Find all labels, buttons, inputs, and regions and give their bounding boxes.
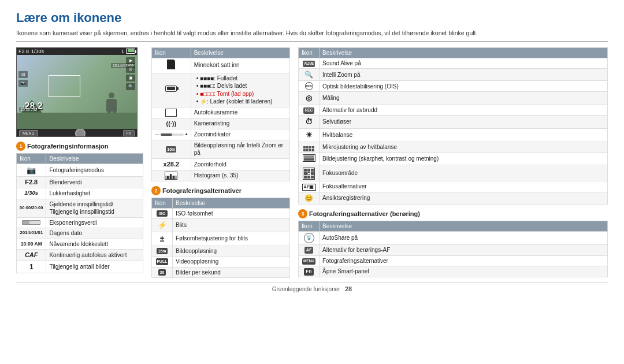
s2-col-ikon: Ikon — [152, 198, 173, 208]
s2-tbody: ISO ISO-følsomhet ⚡ Blits ± Følsomhetsju… — [152, 208, 290, 277]
s1-desc-8: Tilgjengelig antall bilder — [46, 261, 143, 273]
page-container: Lære om ikonene Ikonene som kameraet vis… — [0, 0, 624, 298]
table-row: 🔍 Intelli Zoom på — [299, 69, 608, 81]
badge-3: 3 — [298, 209, 307, 218]
rt-desc-9: Fokusområde — [320, 165, 608, 181]
table-row: Mikrojustering av hvitbalanse — [299, 142, 608, 153]
s1-desc-2: Lukkerhastighet — [46, 188, 143, 199]
rt-icon-2: OIS — [299, 81, 320, 92]
rt-tbody: ALIVE Sound Alive på 🔍 Intelli Zoom på O… — [299, 58, 608, 204]
s1-desc-6: Nåværende klokkeslett — [46, 239, 143, 250]
mid-icon-2 — [152, 107, 191, 118]
battery-icon — [165, 86, 177, 92]
s3-icon-0: 📡 — [299, 232, 320, 245]
mid-icon-1 — [152, 73, 191, 107]
rt-icon-5: ⏱ — [299, 116, 320, 129]
rt-icon-3: ◎ — [299, 92, 320, 105]
mid-desc-6: Zoomforhold — [191, 158, 289, 170]
rt-desc-8: Bildejustering (skarphet, kontrast og me… — [320, 153, 608, 165]
cam-fn-btn[interactable]: Fn — [123, 130, 135, 136]
rt-desc-6: Hvitbalanse — [320, 129, 608, 142]
table-row: 1 Tilgjengelig antall bilder — [17, 261, 143, 273]
s1-icon-6: 10:00 AM — [17, 239, 46, 250]
table-row: OIS Optisk bildestabilisering (OIS) — [299, 81, 608, 92]
col-left: F2.8 1/30s 1 2014/01/01 — [16, 47, 143, 278]
footer: Grunnleggende funksjoner 28 — [16, 283, 608, 292]
rt-desc-2: Optisk bildestabilisering (OIS) — [320, 81, 608, 92]
mid-icon-6: x28.2 — [152, 158, 191, 170]
s1-icon-5: 2014/01/01 — [17, 228, 46, 239]
cam-menu-btn[interactable]: MENU — [19, 130, 38, 136]
rt-icon-10: AF▣ — [299, 181, 320, 192]
cam-top-bar: F2.8 1/30s 1 — [17, 48, 137, 55]
section3-header: 3 Fotograferingsalternativer (berøring) — [298, 209, 608, 218]
rt-icon-4: REC — [299, 105, 320, 116]
s1-icon-2: 1/30s — [17, 188, 46, 199]
cam-top-left: F2.8 1/30s — [18, 49, 44, 54]
rt-icon-9 — [299, 165, 320, 181]
badge-2: 2 — [151, 186, 161, 195]
s3-icon-1: AF — [299, 245, 320, 256]
cam-battery-icon — [126, 49, 135, 54]
s3-tbody: 📡 AutoShare på AF Alternativ for berørin… — [299, 232, 608, 277]
page-title: Lære om ikonene — [16, 10, 608, 25]
table-row: 00:00/20:00 Gjeldende innspillingstid/ T… — [17, 199, 143, 217]
s2-icon-5: 30 — [152, 267, 173, 278]
table-row: ALIVE Sound Alive på — [299, 58, 608, 69]
rt-desc-7: Mikrojustering av hvitbalanse — [320, 142, 608, 153]
footer-text: Grunnleggende funksjoner — [272, 286, 340, 292]
table-row: CAF Kontinuerlig autofokus aktivert — [17, 250, 143, 261]
cam-icons-left: ▤ 📷 — [18, 71, 28, 87]
table-row: MENU Fotograferingsalternativer — [299, 255, 608, 266]
rt-desc-5: Selvutløser — [320, 116, 608, 129]
section1-header: 1 Fotograferingsinformasjon — [16, 142, 143, 151]
rt-col-besk: Beskrivelse — [320, 47, 608, 58]
rt-desc-3: Måling — [320, 92, 608, 105]
table-row: 📡 AutoShare på — [299, 232, 608, 245]
s2-desc-5: Bilder per sekund — [173, 267, 290, 278]
s1-desc-7: Kontinuerlig autofokus aktivert — [46, 250, 143, 261]
s1-desc-5: Dagens dato — [46, 228, 143, 239]
mid-desc-2: Autofokusramme — [191, 107, 289, 118]
s2-desc-0: ISO-følsomhet — [173, 208, 290, 219]
s1-icon-4 — [17, 217, 46, 228]
s3-desc-0: AutoShare på — [320, 232, 608, 245]
table-row: FULL Videooppløsning — [152, 257, 290, 268]
s1-col-besk: Beskrivelse — [46, 153, 143, 164]
s1-desc-1: Blenderverdi — [46, 177, 143, 188]
table-row: 2014/01/01 Dagens dato — [17, 228, 143, 239]
table-row: ◎ Måling — [299, 92, 608, 105]
rt-desc-0: Sound Alive på — [320, 58, 608, 69]
table-row: 📷 Fotograferingsmodus — [17, 164, 143, 177]
section3-table: Ikon Beskrivelse 📡 AutoShare på AF — [298, 221, 608, 277]
mid-desc-5: Bildeoppløsning når Intelli Zoom er på — [191, 140, 289, 158]
footer-page: 28 — [345, 285, 352, 292]
s2-icon-2: ± — [152, 232, 173, 246]
s2-desc-1: Blits — [173, 219, 290, 232]
table-row: 😊 Ansiktsregistrering — [299, 192, 608, 204]
section1-table: Ikon Beskrivelse 📷 Fotograferingsmodus F… — [16, 153, 143, 273]
s1-desc-0: Fotograferingsmodus — [46, 164, 143, 177]
rt-desc-4: Alternativ for avbrudd — [320, 105, 608, 116]
table-row: Eksponeringsverdi — [17, 217, 143, 228]
cam-body: 2014/01/01 ▶ ⊞ ▣ 🔍 ▤ 📷 — [17, 55, 137, 129]
table-row: AF Alternativ for berørings-AF — [299, 245, 608, 256]
cam-time: 10:00 AM — [19, 107, 39, 112]
mid-icon-5: 10m — [152, 140, 191, 158]
table-row: Minnekort satt inn — [152, 58, 290, 73]
cam-nav-circle — [75, 128, 86, 137]
rt-icon-0: ALIVE — [299, 58, 320, 69]
mid-col-ikon: Ikon — [152, 47, 191, 58]
table-row: 10:00 AM Nåværende klokkeslett — [17, 239, 143, 250]
s2-desc-3: Bildeoppløsning — [173, 246, 290, 257]
cam-left-icon-2: 📷 — [18, 80, 28, 87]
table-row: 10m Bildeoppløsning når Intelli Zoom er … — [152, 140, 290, 158]
frame-icon — [165, 109, 177, 117]
table-row: 1/30s Lukkerhastighet — [17, 188, 143, 199]
rt-icon-6: ☀ — [299, 129, 320, 142]
s3-icon-3: Fn — [299, 266, 320, 277]
table-row: ISO ISO-følsomhet — [152, 208, 290, 219]
cam-count: 1 — [121, 49, 124, 54]
table-row: — + Zoomindikator — [152, 129, 290, 140]
cam-icon-2: ⊞ — [126, 66, 135, 73]
